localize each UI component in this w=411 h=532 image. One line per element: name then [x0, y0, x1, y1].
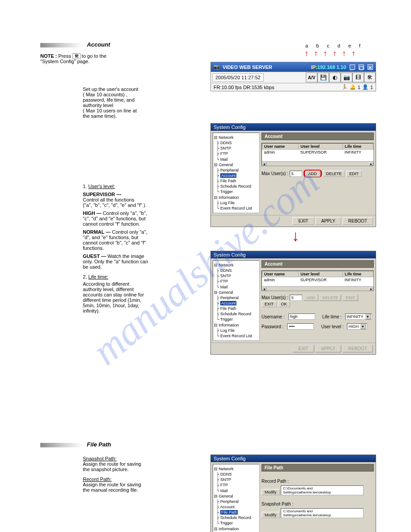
txt: Assign the route for saving: [83, 482, 197, 487]
txt: cannot control "f" function.: [83, 221, 140, 227]
person-icon: 👤: [362, 84, 368, 90]
txt: functions.: [83, 245, 104, 251]
username-input[interactable]: [288, 313, 315, 320]
sysconfig-2: System Config ⊟ Network ├ DDNS ├ SNTP ├ …: [210, 251, 381, 355]
txt: only. Only the "a" function can: [83, 259, 148, 264]
lifetime-select[interactable]: INFINITY▾: [345, 313, 372, 320]
note-block: NOTE : Press 🛠 to go to the "System Conf…: [40, 53, 197, 64]
txt: According to different: [83, 281, 129, 287]
record-icon[interactable]: 💾: [317, 73, 329, 82]
maxuser-input[interactable]: [290, 295, 302, 301]
label-d: d: [338, 43, 340, 48]
userlevel-select[interactable]: HIGH▾: [347, 323, 367, 330]
label-b: b: [316, 43, 319, 48]
desc: ( Max 10 users on line at: [83, 108, 197, 113]
sysconfig-filepath: System Config ⊟ Network ├ DDNS ├ SNTP ├ …: [210, 455, 381, 532]
delete-button[interactable]: DELETE: [323, 171, 345, 177]
section-header-account: Account: [40, 41, 197, 48]
tree-view[interactable]: ⊟ Network ├ DDNS ├ SNTP ├ FTP └ Mail ⊟ G…: [213, 133, 260, 213]
table-row[interactable]: adminSUPERVISORINFINITY: [262, 277, 373, 283]
nvr-icon: 📷: [214, 64, 220, 70]
txt: cannot control "b", "c" and "f": [83, 240, 146, 245]
arrows-row: ↑ ↑ ↑ ↑ ↑ ↑: [304, 51, 355, 56]
password-input[interactable]: [287, 323, 314, 330]
edit-button[interactable]: EDIT: [346, 171, 362, 177]
av-button[interactable]: A/V: [306, 73, 317, 82]
stats-text: FR:10.00 fps DR:1535 kbps: [214, 85, 342, 90]
txt: Control all the functions: [83, 197, 134, 202]
snapshot-path-row: Snapshot Path : Modify C:\Documents and …: [261, 502, 374, 518]
arrow-labels: a b c d e f: [305, 43, 360, 48]
minimize-button[interactable]: _: [350, 64, 355, 70]
modify-button[interactable]: Modify: [261, 489, 280, 495]
txt: ("a", "b", "c", "d", "e" and "f" ).: [83, 202, 146, 208]
sys-titlebar: System Config: [211, 455, 376, 462]
arrow-up-icon: ↑: [323, 51, 327, 56]
tree-view[interactable]: ⊟ Network ├ DDNS ├ SNTP ├ FTP └ Mail ⊟ G…: [213, 260, 260, 341]
vws-widget: 📷 VIDEO WEB SERVER IP:192.168 1.10 _ ▢ ✕…: [210, 62, 381, 91]
exit-button[interactable]: EXIT: [261, 301, 277, 307]
lifetime-label: Life time :: [322, 314, 342, 319]
chevron-down-icon: ▾: [365, 314, 371, 319]
section-title: Account: [87, 41, 110, 48]
txt: the manual recording file.: [83, 487, 197, 493]
settings-icon[interactable]: 🛠: [364, 73, 376, 82]
label-f: f: [359, 43, 360, 48]
section-title: File Path: [87, 441, 111, 448]
motion-icon: 🏃: [342, 84, 348, 90]
user-table: User nameUser levelLife time adminSUPERV…: [261, 143, 374, 166]
bell-count: 1: [358, 85, 360, 90]
record-path-row: Record Path : Modify C:\Documents and Se…: [261, 479, 374, 495]
maximize-button[interactable]: ▢: [359, 64, 364, 70]
tree-item-account[interactable]: Account: [220, 173, 237, 178]
delete-button: DELETE: [319, 295, 341, 301]
film-icon[interactable]: 🎞: [352, 73, 364, 82]
scrollbar[interactable]: ◂▸: [262, 286, 373, 291]
label-a: a: [305, 43, 308, 48]
txt: Control only "a",: [112, 229, 147, 235]
ok-button[interactable]: OK: [278, 301, 290, 307]
add-button: ADD: [304, 295, 318, 301]
note-text: Press: [58, 53, 72, 59]
desc: ( Max 10 accounts) ,: [83, 92, 197, 97]
desc: password, life time, and: [83, 97, 197, 103]
contrast-icon[interactable]: ◐: [329, 73, 341, 82]
scrollbar[interactable]: ◂▸: [262, 161, 373, 166]
username-label: Username :: [261, 314, 285, 319]
note-text2: to go to the: [82, 53, 107, 59]
maxuser-label: Max User(s) :: [261, 171, 288, 176]
panel-title: Account: [261, 260, 374, 268]
txt: 5min, 10min, 1hour, 1day,: [83, 303, 139, 308]
exit-button[interactable]: EXIT: [292, 217, 314, 225]
panel-title: Account: [261, 133, 374, 140]
section-bar-icon: [40, 443, 83, 447]
txt: different time period (1min,: [83, 297, 141, 303]
heading: Life time:: [88, 274, 108, 279]
table-row[interactable]: adminSUPERVISORINFINITY: [262, 150, 373, 155]
desc: Set up the user's account: [83, 86, 197, 92]
reboot-button[interactable]: REBOOT: [342, 217, 373, 225]
tree-item-filepath[interactable]: File Path: [220, 510, 238, 515]
lvl: GUEST —: [83, 253, 106, 259]
modify-button[interactable]: Modify: [261, 512, 280, 518]
user-table: User nameUser levelLife time adminSUPERV…: [261, 270, 374, 291]
panel-title: File Path: [261, 464, 374, 472]
ip-label: IP:192.168 1.10: [311, 64, 346, 70]
lvl: HIGH —: [83, 210, 102, 216]
add-button[interactable]: ADD: [305, 171, 320, 177]
maxuser-label: Max User(s) :: [261, 295, 288, 300]
heading: Snapshot Path:: [83, 456, 197, 461]
heading: Record Path:: [83, 476, 197, 482]
arrow-up-icon: ↑: [333, 51, 337, 56]
sys-titlebar: System Config: [211, 251, 376, 258]
vws-title-text: VIDEO WEB SERVER: [223, 64, 272, 70]
apply-button[interactable]: APPLY: [315, 217, 341, 225]
tree-item-account[interactable]: Account: [220, 301, 237, 305]
maxuser-input[interactable]: [290, 171, 302, 177]
arrow-up-icon: ↑: [351, 51, 355, 56]
close-button[interactable]: ✕: [368, 64, 373, 70]
camera-icon[interactable]: 📷: [341, 73, 352, 82]
txt: "d", and "e" functions, but: [83, 235, 138, 240]
tree-view[interactable]: ⊟ Network ├ DDNS ├ SNTP ├ FTP └ Mail ⊟ G…: [213, 464, 260, 532]
arrow-down-icon: ↓: [210, 227, 381, 245]
